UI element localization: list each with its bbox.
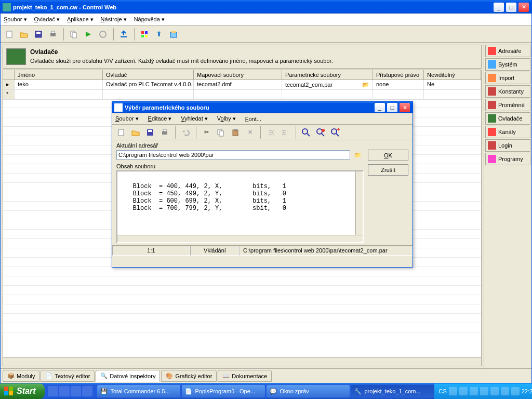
col-parametricke[interactable]: Parametrické soubory — [282, 70, 373, 79]
d-indent-icon[interactable] — [278, 126, 292, 139]
status-pos: 1:1 — [112, 246, 190, 256]
tool3-icon[interactable] — [167, 28, 180, 41]
quick-launch — [45, 386, 96, 396]
d-outdent-icon[interactable] — [264, 126, 277, 139]
dialog-close[interactable]: ✕ — [399, 102, 410, 113]
save-icon[interactable] — [32, 28, 45, 41]
menu-napoveda[interactable]: Nápověda ▾ — [134, 16, 165, 23]
dmenu-editace[interactable]: Editace ▾ — [148, 115, 172, 122]
task-okno[interactable]: 💬 Okno zpráv — [267, 385, 350, 397]
side-ovladace[interactable]: Ovladače — [485, 112, 530, 125]
dmenu-soubor[interactable]: Soubor ▾ — [115, 115, 139, 122]
menu-soubor[interactable]: Soubor ▾ — [4, 16, 27, 23]
task-projekt[interactable]: 🔧 projekt_teko_1_com... — [351, 385, 434, 397]
side-promenne[interactable]: Proměnné — [485, 99, 530, 111]
close-button[interactable]: ✕ — [518, 2, 529, 12]
tab-dokumentace[interactable]: 📖 Dokumentace — [218, 370, 272, 382]
d-cut-icon[interactable]: ✂ — [200, 126, 213, 139]
dialog-minimize[interactable]: _ — [374, 102, 385, 113]
file-content[interactable]: Block = 400, 449, 2, X, bits, 1 Block = … — [116, 170, 364, 243]
ql-icon[interactable] — [71, 386, 81, 396]
open-icon[interactable] — [17, 28, 31, 41]
col-pristup[interactable]: Přístupové právo — [373, 70, 424, 79]
svg-point-26 — [322, 129, 325, 132]
tab-textovy[interactable]: 📄 Textový editor — [41, 370, 95, 382]
svg-rect-9 — [141, 31, 144, 34]
path-input[interactable] — [116, 150, 350, 159]
d-findnext-icon[interactable] — [314, 126, 327, 139]
col-mapovaci[interactable]: Mapovací soubory — [194, 70, 282, 79]
maximize-button[interactable]: □ — [506, 2, 517, 12]
col-jmeno[interactable]: Jméno — [15, 70, 103, 79]
tray-icon[interactable] — [490, 387, 499, 395]
table-row[interactable]: ▸ teko Ovladač pro PLC Tecomat v.4.0.0.I… — [3, 80, 481, 90]
d-delete-icon[interactable]: ✕ — [243, 126, 257, 139]
cancel-button[interactable]: Zrušit — [368, 164, 408, 176]
svg-rect-18 — [162, 131, 167, 135]
side-programy[interactable]: Programy — [485, 153, 530, 165]
cell-parametricke[interactable]: tecomat2_com.par📂 — [282, 80, 373, 89]
tray-icon[interactable] — [449, 387, 457, 395]
d-new-icon[interactable] — [114, 126, 128, 139]
menu-ovladac[interactable]: Ovladač ▾ — [34, 16, 60, 23]
tray-icon[interactable] — [511, 387, 520, 395]
dmenu-font[interactable]: Font... — [245, 116, 261, 122]
dialog-maximize[interactable]: □ — [387, 102, 398, 113]
tray-icon[interactable] — [459, 387, 468, 395]
menu-nastroje[interactable]: Nástroje ▾ — [101, 16, 127, 23]
new-icon[interactable] — [3, 28, 16, 41]
copy-icon[interactable] — [67, 28, 81, 41]
folder-icon[interactable]: 📂 — [362, 82, 369, 88]
tool1-icon[interactable] — [138, 28, 151, 41]
svg-rect-12 — [145, 35, 148, 37]
side-kanaly[interactable]: Kanály — [485, 126, 530, 138]
col-neviditelny[interactable]: Neviditelný — [424, 70, 481, 79]
d-find-icon[interactable] — [299, 126, 313, 139]
tab-moduly[interactable]: 📦 Moduly — [3, 370, 39, 382]
tray-icon[interactable] — [480, 387, 488, 395]
side-login[interactable]: Login — [485, 139, 530, 152]
tab-graficky[interactable]: 🎨 Grafický editor — [161, 370, 217, 382]
d-copy-icon[interactable] — [214, 126, 228, 139]
svg-rect-2 — [36, 32, 41, 34]
side-konstanty[interactable]: Konstanty — [485, 85, 530, 98]
d-paste-icon[interactable] — [229, 126, 242, 139]
tool2-icon[interactable] — [152, 28, 166, 41]
tray-clock[interactable]: 22:22 — [522, 388, 532, 394]
export-icon[interactable] — [117, 28, 130, 41]
task-tc[interactable]: 💾 Total Commander 6.5... — [97, 385, 180, 397]
d-undo-icon[interactable] — [179, 126, 192, 139]
print-icon[interactable] — [46, 28, 60, 41]
file-hscroll[interactable] — [117, 235, 363, 242]
col-ovladac[interactable]: Ovladač — [103, 70, 194, 79]
stop-icon[interactable] — [96, 28, 110, 41]
dmenu-volby[interactable]: Volby ▾ — [217, 115, 236, 122]
file-vscroll[interactable] — [355, 171, 363, 235]
task-popis[interactable]: 📄 PopisProgramů - Ope... — [182, 385, 265, 397]
d-save-icon[interactable] — [143, 126, 157, 139]
ql-icon[interactable] — [48, 386, 58, 396]
grid-scrollbar[interactable] — [3, 357, 481, 366]
dialog-menubar: Soubor ▾ Editace ▾ Vyhledat ▾ Volby ▾ Fo… — [112, 113, 413, 125]
windows-logo-icon — [4, 387, 14, 396]
side-import[interactable]: Import — [485, 72, 530, 84]
side-system[interactable]: Systém — [485, 58, 530, 71]
run-icon[interactable] — [82, 28, 95, 41]
tray-icon[interactable] — [501, 387, 509, 395]
ql-icon[interactable] — [59, 386, 70, 396]
start-button[interactable]: Start — [0, 383, 45, 399]
dmenu-vyhledat[interactable]: Vyhledat ▾ — [181, 115, 207, 122]
tab-datove[interactable]: 🔍 Datové inspektory — [96, 370, 160, 382]
side-adresare[interactable]: Adresáře — [485, 45, 530, 57]
tray-icon[interactable] — [470, 387, 478, 395]
tray-lang[interactable]: CS — [438, 388, 446, 394]
menu-aplikace[interactable]: Aplikace ▾ — [67, 16, 94, 23]
content-label: Obsah souboru — [116, 163, 364, 169]
ok-button[interactable]: OK — [368, 150, 408, 161]
up-dir-icon[interactable]: 📁 — [352, 150, 364, 160]
d-open-icon[interactable] — [129, 126, 142, 139]
ql-icon[interactable] — [82, 386, 92, 396]
d-print-icon[interactable] — [158, 126, 171, 139]
minimize-button[interactable]: _ — [493, 2, 504, 12]
d-replace-icon[interactable] — [328, 126, 342, 139]
